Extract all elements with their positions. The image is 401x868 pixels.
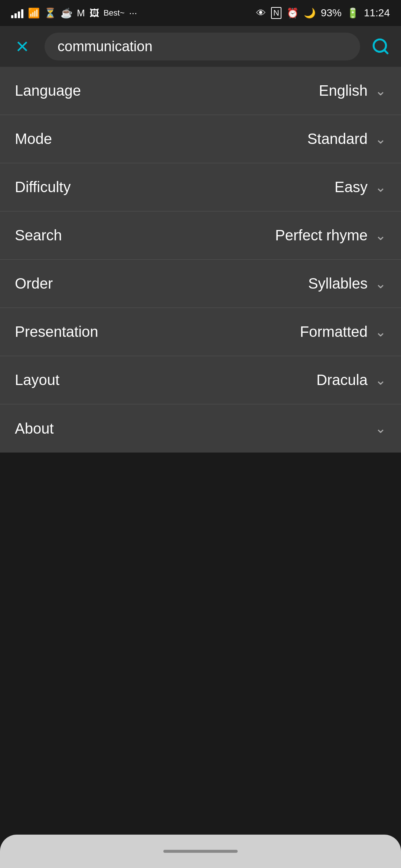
close-button[interactable]: ×	[11, 35, 33, 57]
settings-list: Language English ⌄ Mode Standard ⌄ Diffi…	[0, 67, 401, 453]
layout-value: Dracula	[316, 372, 368, 388]
layout-setting[interactable]: Layout Dracula ⌄	[0, 356, 401, 404]
mode-value: Standard	[307, 131, 368, 147]
difficulty-value: Easy	[335, 179, 368, 195]
presentation-setting[interactable]: Presentation Formatted ⌄	[0, 308, 401, 356]
status-bar-left: 📶 ⏳ ☕ M 🖼 Best~ ···	[11, 7, 137, 19]
language-setting[interactable]: Language English ⌄	[0, 67, 401, 115]
battery-icon: 🔋	[347, 7, 359, 19]
difficulty-right: Easy ⌄	[335, 179, 386, 195]
presentation-chevron-icon: ⌄	[375, 325, 386, 339]
eye-icon: 👁	[256, 7, 266, 19]
presentation-value: Formatted	[300, 323, 368, 340]
order-chevron-icon: ⌄	[375, 277, 386, 290]
usb-icon: ☕	[61, 7, 72, 19]
search-value: Perfect rhyme	[275, 227, 368, 244]
gallery-icon: 🖼	[89, 7, 99, 19]
mode-right: Standard ⌄	[307, 131, 386, 147]
presentation-right: Formatted ⌄	[300, 323, 386, 340]
signal-icon	[11, 8, 23, 18]
mode-chevron-icon: ⌄	[375, 132, 386, 146]
search-input[interactable]	[58, 39, 347, 55]
about-label: About	[15, 420, 54, 437]
language-chevron-icon: ⌄	[375, 84, 386, 98]
moon-icon: 🌙	[304, 7, 316, 19]
battery-percentage: 93%	[321, 7, 342, 19]
status-bar-right: 👁 N ⏰ 🌙 93% 🔋 11:24	[256, 7, 390, 19]
mode-label: Mode	[15, 131, 52, 147]
about-right: ⌄	[368, 422, 386, 435]
search-right: Perfect rhyme ⌄	[275, 227, 386, 244]
order-label: Order	[15, 275, 53, 292]
difficulty-label: Difficulty	[15, 179, 71, 195]
order-value: Syllables	[308, 275, 368, 292]
search-label: Search	[15, 227, 62, 244]
svg-line-1	[384, 50, 388, 53]
language-value: English	[319, 82, 368, 99]
difficulty-chevron-icon: ⌄	[375, 181, 386, 194]
language-label: Language	[15, 82, 81, 99]
mode-setting[interactable]: Mode Standard ⌄	[0, 115, 401, 163]
home-indicator	[163, 850, 238, 853]
search-chevron-icon: ⌄	[375, 229, 386, 242]
difficulty-setting[interactable]: Difficulty Easy ⌄	[0, 163, 401, 211]
nav-bar	[0, 835, 401, 868]
hourglass-icon: ⏳	[44, 7, 56, 19]
order-setting[interactable]: Order Syllables ⌄	[0, 260, 401, 308]
alarm-icon: ⏰	[287, 7, 299, 19]
wifi-icon: 📶	[28, 7, 40, 19]
search-icon-button[interactable]	[371, 37, 390, 56]
layout-chevron-icon: ⌄	[375, 374, 386, 387]
search-input-wrapper[interactable]	[45, 33, 360, 60]
bottom-area	[0, 453, 401, 835]
clock: 11:24	[364, 7, 390, 19]
more-icon: ···	[129, 7, 137, 19]
layout-label: Layout	[15, 372, 59, 388]
nfc-icon: N	[271, 7, 281, 19]
presentation-label: Presentation	[15, 323, 98, 340]
search-bar: ×	[0, 26, 401, 67]
order-right: Syllables ⌄	[308, 275, 386, 292]
best-icon: Best~	[104, 8, 125, 18]
about-setting[interactable]: About ⌄	[0, 404, 401, 453]
layout-right: Dracula ⌄	[316, 372, 386, 388]
about-chevron-icon: ⌄	[375, 422, 386, 435]
status-bar: 📶 ⏳ ☕ M 🖼 Best~ ··· 👁 N ⏰ 🌙 93% 🔋 11:24	[0, 0, 401, 26]
search-setting[interactable]: Search Perfect rhyme ⌄	[0, 211, 401, 260]
language-right: English ⌄	[319, 82, 386, 99]
gmail-icon: M	[77, 7, 85, 19]
